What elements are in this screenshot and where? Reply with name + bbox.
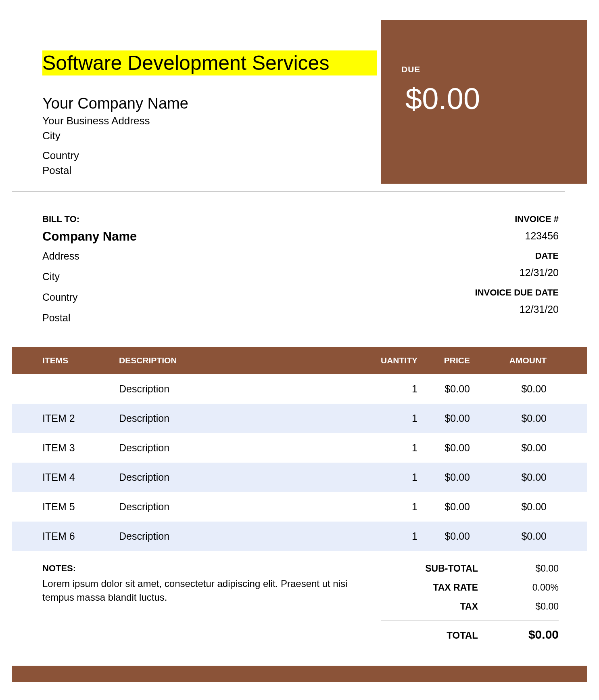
cell-amount: $0.00 (482, 472, 575, 483)
table-row: ITEM 6Description1$0.00$0.00 (12, 522, 587, 551)
bill-to-country: Country (42, 291, 475, 303)
notes-block: NOTES: Lorem ipsum dolor sit amet, conse… (42, 563, 381, 641)
notes-label: NOTES: (42, 563, 357, 574)
invoice-meta-block: INVOICE # 123456 DATE 12/31/20 INVOICE D… (475, 214, 559, 333)
cell-description: Description (119, 530, 365, 542)
cell-quantity: 1 (365, 413, 430, 424)
invoice-date: 12/31/20 (475, 267, 559, 279)
table-row: ITEM 3Description1$0.00$0.00 (12, 433, 587, 463)
tax-rate-line: TAX RATE 0.00% (381, 582, 559, 593)
cell-price: $0.00 (430, 472, 482, 483)
cell-item: ITEM 2 (42, 413, 119, 424)
notes-text: Lorem ipsum dolor sit amet, consectetur … (42, 577, 357, 604)
col-header-description: DESCRIPTION (119, 356, 365, 365)
cell-amount: $0.00 (482, 383, 575, 395)
table-row: Description1$0.00$0.00 (12, 374, 587, 404)
bill-to-company: Company Name (42, 229, 475, 244)
bill-to-city: City (42, 271, 475, 283)
col-header-price: PRICE (430, 356, 482, 365)
due-amount: $0.00 (405, 82, 587, 116)
header: Software Development Services Your Compa… (12, 20, 587, 177)
tax-line: TAX $0.00 (381, 601, 559, 612)
cell-quantity: 1 (365, 383, 430, 395)
bill-to-block: BILL TO: Company Name Address City Count… (42, 214, 475, 333)
tax-rate-value: 0.00% (478, 582, 559, 593)
invoice-due-date-label: INVOICE DUE DATE (475, 287, 559, 298)
table-header-row: ITEMS DESCRIPTION UANTITY PRICE AMOUNT (12, 347, 587, 374)
document-title: Software Development Services (42, 50, 377, 75)
notes-totals-section: NOTES: Lorem ipsum dolor sit amet, conse… (12, 551, 587, 641)
tax-rate-label: TAX RATE (381, 582, 478, 593)
bill-to-label: BILL TO: (42, 214, 475, 224)
cell-description: Description (119, 383, 365, 395)
cell-quantity: 1 (365, 442, 430, 454)
col-header-quantity: UANTITY (365, 356, 430, 365)
cell-quantity: 1 (365, 472, 430, 483)
bill-to-address: Address (42, 250, 475, 262)
cell-description: Description (119, 413, 365, 424)
tax-value: $0.00 (478, 601, 559, 612)
cell-description: Description (119, 442, 365, 454)
cell-price: $0.00 (430, 383, 482, 395)
cell-item (42, 383, 119, 395)
cell-quantity: 1 (365, 530, 430, 542)
cell-price: $0.00 (430, 442, 482, 454)
cell-amount: $0.00 (482, 442, 575, 454)
cell-item: ITEM 5 (42, 501, 119, 513)
subtotal-label: SUB-TOTAL (381, 563, 478, 574)
cell-item: ITEM 3 (42, 442, 119, 454)
cell-price: $0.00 (430, 413, 482, 424)
invoice-due-date: 12/31/20 (475, 304, 559, 315)
due-box: DUE $0.00 (381, 20, 587, 184)
invoice-date-label: DATE (475, 251, 559, 261)
invoice-number-label: INVOICE # (475, 214, 559, 224)
tax-label: TAX (381, 601, 478, 612)
totals-block: SUB-TOTAL $0.00 TAX RATE 0.00% TAX $0.00… (381, 563, 559, 641)
bill-section: BILL TO: Company Name Address City Count… (12, 192, 587, 333)
totals-divider (381, 620, 559, 620)
cell-quantity: 1 (365, 501, 430, 513)
footer-bar (12, 666, 587, 682)
col-header-items: ITEMS (42, 356, 119, 365)
grand-total-value: $0.00 (478, 628, 559, 641)
cell-description: Description (119, 501, 365, 513)
table-row: ITEM 5Description1$0.00$0.00 (12, 492, 587, 522)
grand-total-line: TOTAL $0.00 (381, 628, 559, 641)
table-row: ITEM 2Description1$0.00$0.00 (12, 404, 587, 433)
cell-amount: $0.00 (482, 530, 575, 542)
cell-description: Description (119, 472, 365, 483)
line-items-table: ITEMS DESCRIPTION UANTITY PRICE AMOUNT D… (12, 347, 587, 551)
cell-price: $0.00 (430, 530, 482, 542)
bill-to-postal: Postal (42, 312, 475, 324)
cell-amount: $0.00 (482, 501, 575, 513)
col-header-amount: AMOUNT (482, 356, 575, 365)
invoice-number: 123456 (475, 230, 559, 242)
cell-price: $0.00 (430, 501, 482, 513)
due-label: DUE (401, 65, 587, 74)
table-row: ITEM 4Description1$0.00$0.00 (12, 463, 587, 492)
cell-item: ITEM 4 (42, 472, 119, 483)
subtotal-value: $0.00 (478, 563, 559, 574)
cell-item: ITEM 6 (42, 530, 119, 542)
subtotal-line: SUB-TOTAL $0.00 (381, 563, 559, 574)
cell-amount: $0.00 (482, 413, 575, 424)
grand-total-label: TOTAL (381, 628, 478, 641)
